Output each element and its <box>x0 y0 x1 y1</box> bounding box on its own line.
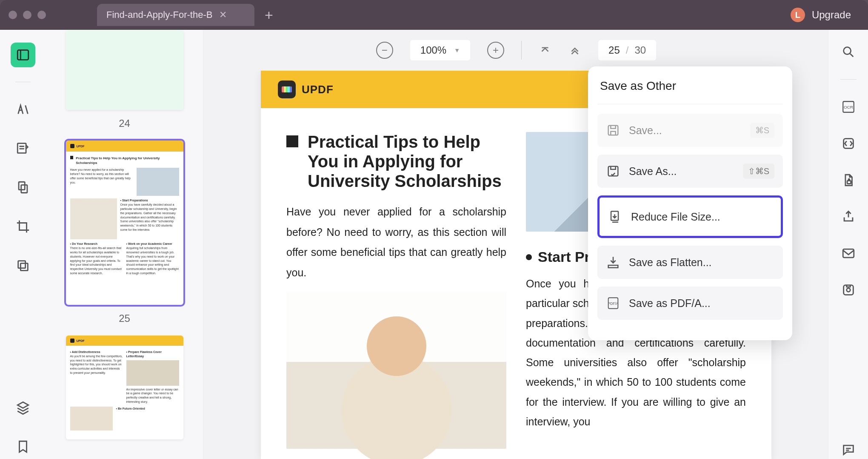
svg-rect-3 <box>21 185 27 192</box>
document-tab[interactable]: Find-and-Apply-For-the-B ✕ <box>97 4 254 26</box>
svg-rect-5 <box>20 263 28 270</box>
thumbnail-preview: UPDF Practical Tips to Help You in Apply… <box>66 141 183 305</box>
save-item-save: Save... ⌘S <box>597 114 783 147</box>
zoom-in-button[interactable]: + <box>487 42 504 59</box>
save-item-label: Reduce File Size... <box>631 211 720 223</box>
save-item-flatten[interactable]: Save as Flatten... <box>597 246 783 279</box>
comments-button[interactable] <box>839 440 858 459</box>
svg-rect-16 <box>843 249 854 258</box>
email-button[interactable] <box>839 244 858 263</box>
highlighter-tool-button[interactable] <box>11 97 35 121</box>
thumbnail-panel[interactable]: 24 UPDF Practical Tips to Help You in Ap… <box>46 30 203 459</box>
document-heading: Practical Tips to Help You in Applying f… <box>308 132 506 191</box>
close-window-icon[interactable] <box>9 11 17 19</box>
svg-rect-0 <box>17 50 29 60</box>
minimize-window-icon[interactable] <box>23 11 31 19</box>
save-as-other-panel: Save as Other Save... ⌘S Save As... ⇧⌘S … <box>588 66 792 340</box>
new-tab-button[interactable]: + <box>265 7 273 23</box>
thumbnail-page[interactable]: UPDF • Add DistinctivenessAs you'll be a… <box>59 336 190 439</box>
zoom-out-button[interactable]: − <box>376 42 393 59</box>
titlebar: Find-and-Apply-For-the-B ✕ + L Upgrade <box>0 0 868 30</box>
brand-text: UPDF <box>302 83 334 96</box>
save-as-other-button[interactable] <box>839 281 858 299</box>
round-bullet-icon <box>526 254 532 260</box>
thumbnail-preview: UPDF • Add DistinctivenessAs you'll be a… <box>66 336 183 439</box>
square-bullet-icon <box>286 135 298 147</box>
avatar[interactable]: L <box>791 8 805 22</box>
convert-button[interactable] <box>839 134 858 153</box>
share-button[interactable] <box>839 207 858 226</box>
close-tab-icon[interactable]: ✕ <box>219 9 227 20</box>
thumbnail-number: 24 <box>119 118 130 129</box>
content: 24 UPDF Practical Tips to Help You in Ap… <box>0 30 868 459</box>
document-area: − 100% ▼ + 25 / 30 <box>203 30 829 459</box>
save-icon <box>606 123 620 138</box>
tab-title: Find-and-Apply-For-the-B <box>106 9 212 20</box>
save-item-reduce-file-size[interactable]: Reduce File Size... <box>597 195 783 238</box>
svg-text:PDF/A: PDF/A <box>608 301 618 306</box>
maximize-window-icon[interactable] <box>37 11 46 19</box>
traffic-lights <box>9 11 46 19</box>
zoom-level-display[interactable]: 100% ▼ <box>410 40 470 60</box>
svg-rect-4 <box>18 261 26 268</box>
reduce-size-icon <box>608 209 622 224</box>
svg-text:OCR: OCR <box>844 105 853 109</box>
app-window: Find-and-Apply-For-the-B ✕ + L Upgrade <box>0 0 868 459</box>
svg-rect-15 <box>847 181 851 184</box>
shortcut-label: ⇧⌘S <box>743 164 774 179</box>
document-paragraph: Have you never applied for a scholarship… <box>286 202 506 283</box>
pdfa-icon: PDF/A <box>606 296 620 310</box>
page-tools-button[interactable] <box>11 175 35 200</box>
thumbnail-page[interactable]: UPDF Practical Tips to Help You in Apply… <box>59 141 190 324</box>
crop-tool-button[interactable] <box>11 214 35 239</box>
document-image <box>286 291 506 449</box>
divider <box>840 79 857 80</box>
save-item-save-as[interactable]: Save As... ⇧⌘S <box>597 155 783 188</box>
save-item-label: Save as Flatten... <box>629 256 712 269</box>
save-as-icon <box>606 164 620 178</box>
search-button[interactable] <box>839 43 858 61</box>
chevron-down-icon: ▼ <box>454 47 460 54</box>
thumbnail-page[interactable]: 24 <box>59 30 190 129</box>
divider <box>15 82 31 82</box>
protect-button[interactable] <box>839 171 858 189</box>
svg-rect-6 <box>608 126 618 135</box>
organize-pages-button[interactable] <box>11 253 35 278</box>
save-item-label: Save As... <box>629 165 677 178</box>
save-item-label: Save... <box>629 124 662 137</box>
previous-page-button[interactable] <box>568 43 581 57</box>
right-toolbar: OCR <box>829 30 868 459</box>
layers-button[interactable] <box>11 395 35 420</box>
shortcut-label: ⌘S <box>750 123 774 138</box>
divider <box>521 41 522 60</box>
reader-mode-button[interactable] <box>11 43 35 67</box>
page-number-display[interactable]: 25 / 30 <box>598 40 656 60</box>
thumbnail-preview <box>66 30 183 110</box>
edit-text-tool-button[interactable] <box>11 136 35 161</box>
svg-point-18 <box>847 288 851 292</box>
save-item-label: Save as PDF/A... <box>629 297 711 310</box>
bookmark-button[interactable] <box>11 434 35 459</box>
document-toolbar: − 100% ▼ + 25 / 30 <box>203 30 829 71</box>
left-toolbar <box>0 30 46 459</box>
save-item-pdfa[interactable]: PDF/A Save as PDF/A... <box>597 287 783 320</box>
ocr-button[interactable]: OCR <box>839 98 858 116</box>
first-page-button[interactable] <box>539 43 551 57</box>
panel-title: Save as Other <box>597 79 783 104</box>
updf-logo-icon <box>278 80 296 98</box>
svg-point-11 <box>844 47 851 55</box>
flatten-icon <box>606 255 620 270</box>
upgrade-button[interactable]: Upgrade <box>812 9 851 21</box>
thumbnail-number: 25 <box>119 313 130 324</box>
